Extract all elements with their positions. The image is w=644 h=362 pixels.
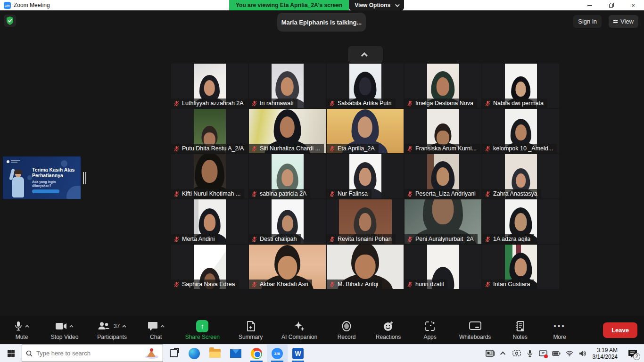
participant-tile[interactable]: Saphira Nava Edrea <box>171 245 248 289</box>
minimize-button[interactable] <box>579 0 601 10</box>
chrome-app-button[interactable] <box>246 345 267 362</box>
taskbar-clock[interactable]: 3:19 AM 3/14/2024 <box>590 347 622 360</box>
file-explorer-button[interactable] <box>205 345 225 362</box>
action-center-button[interactable]: 2 <box>623 345 642 362</box>
view-button[interactable]: View <box>609 15 638 28</box>
participant-tile[interactable]: Intan Gustiara <box>482 245 559 289</box>
participant-tile[interactable]: Eta Aprilia_2A <box>327 109 404 153</box>
participant-tile[interactable]: Peni Auralynurbait_2A <box>405 199 481 244</box>
participant-nameplate: Imelga Destiana Nova <box>405 99 477 108</box>
slide-decor-circle <box>61 160 67 167</box>
participants-button[interactable]: 37 Participants <box>97 320 127 340</box>
ai-sparkle-icon <box>294 321 305 332</box>
participant-tile[interactable]: Peserta_Liza Andriyani <box>405 154 481 198</box>
participant-tile[interactable]: hurin dzatil <box>405 245 481 289</box>
muted-mic-icon <box>173 236 180 242</box>
whiteboards-icon <box>469 321 481 331</box>
participant-nameplate: M. Bihafiz Arifqi <box>327 280 382 289</box>
mail-icon <box>230 349 241 358</box>
security-shield-icon[interactable] <box>4 15 16 27</box>
chat-button[interactable]: Chat <box>146 320 166 340</box>
stop-video-button[interactable]: Stop Video <box>51 320 79 340</box>
screen-record-icon[interactable] <box>537 345 549 362</box>
restore-button[interactable] <box>601 0 622 10</box>
leave-button[interactable]: Leave <box>603 322 637 338</box>
slide-subtitle: Ada yang ingin ditanyakan? <box>32 180 56 188</box>
thumbnail-drag-handle[interactable] <box>83 172 86 184</box>
collapse-gallery-button[interactable] <box>348 46 383 63</box>
reactions-button[interactable]: Reactions <box>376 320 401 340</box>
close-button[interactable]: × <box>622 0 644 10</box>
cake-image[interactable] <box>145 348 159 359</box>
participant-tile[interactable]: sabina patricia 2A <box>249 154 326 198</box>
search-icon <box>26 350 33 357</box>
participant-tile[interactable]: Imelga Destiana Nova <box>405 64 481 108</box>
notes-button[interactable]: Notes <box>510 320 530 340</box>
mute-button[interactable]: Mute <box>11 320 32 340</box>
chevron-up-icon[interactable] <box>160 325 164 329</box>
record-icon <box>341 321 352 332</box>
view-options-button[interactable]: View Options <box>349 0 404 10</box>
volume-icon[interactable] <box>577 345 589 362</box>
participant-name: Akbar Khadafi Asri <box>260 281 308 288</box>
participant-nameplate: Eta Aprilia_2A <box>327 144 379 153</box>
task-view-button[interactable] <box>163 345 184 362</box>
zoom-meeting-window: zm Zoom Meeting × You are viewing Eta Ap… <box>0 0 644 362</box>
participant-tile[interactable]: Fransiska Arum Kurni... <box>405 109 481 153</box>
participant-nameplate: Luthfiyyah azzahrah 2A <box>171 99 248 108</box>
record-button[interactable]: Record <box>336 320 357 340</box>
search-input[interactable] <box>36 350 141 357</box>
sign-in-button[interactable]: Sign in <box>573 15 602 28</box>
tray-mic-icon[interactable] <box>524 345 536 362</box>
participants-icon <box>98 321 110 331</box>
apps-icon <box>425 321 435 331</box>
participant-tile[interactable]: Salsabila Artika Putri <box>327 64 404 108</box>
share-screen-button[interactable]: ↑ Share Screen <box>185 320 220 340</box>
wifi-icon[interactable] <box>563 345 576 362</box>
participant-tile[interactable]: Kifti Nurul Khotimah ... <box>171 154 248 198</box>
participant-tile[interactable]: Luthfiyyah azzahrah 2A <box>171 64 248 108</box>
mail-app-button[interactable] <box>225 345 246 362</box>
muted-mic-icon <box>485 100 491 107</box>
edge-app-button[interactable] <box>184 345 205 362</box>
participant-name: Zahra Anastasya <box>493 190 537 197</box>
participant-tile[interactable]: Siti Nurhaliza Chardi ... <box>249 109 326 153</box>
participant-tile[interactable]: Nur Falinsa <box>327 154 404 198</box>
taskbar-search[interactable] <box>22 345 163 362</box>
cast-icon[interactable] <box>511 345 523 362</box>
participant-tile[interactable]: Akbar Khadafi Asri <box>249 245 326 289</box>
apps-button[interactable]: Apps <box>420 320 440 340</box>
participant-tile[interactable]: Revita Isnaini Pohan <box>327 199 404 244</box>
word-icon: W <box>292 348 304 359</box>
participant-tile[interactable]: 1A adzra aqila <box>482 199 559 244</box>
chevron-up-icon[interactable] <box>69 325 73 329</box>
chevron-up-icon[interactable] <box>123 325 126 329</box>
more-button[interactable]: ••• More <box>549 320 570 340</box>
start-button[interactable] <box>0 345 22 362</box>
chevron-down-icon <box>395 2 400 7</box>
chevron-up-icon[interactable] <box>25 325 29 329</box>
participant-name: tri rahmawati <box>260 100 294 107</box>
participant-tile[interactable]: Putu Dhita Restu A_2/A <box>171 109 248 153</box>
participant-tile[interactable]: M. Bihafiz Arifqi <box>327 245 404 289</box>
participant-tile[interactable]: Desti chalipah <box>249 199 326 244</box>
ai-companion-button[interactable]: AI Companion <box>281 320 317 340</box>
participant-nameplate: Siti Nurhaliza Chardi ... <box>249 144 324 153</box>
zoom-app-button[interactable]: zm <box>267 345 288 362</box>
shared-screen-thumbnail[interactable]: Terima Kasih Atas Perhatiannya Ada yang … <box>2 156 81 199</box>
participant-tile[interactable]: Zahra Anastasya <box>482 154 559 198</box>
whiteboards-button[interactable]: Whiteboards <box>459 320 491 340</box>
widgets-icon[interactable] <box>484 345 496 362</box>
battery-icon[interactable] <box>550 345 562 362</box>
notification-count-badge: 2 <box>633 353 640 360</box>
muted-mic-icon <box>485 191 491 197</box>
show-hidden-icons-button[interactable] <box>497 345 510 362</box>
windows-start-icon <box>8 350 15 357</box>
participant-tile[interactable]: Merta Andini <box>171 199 248 244</box>
summary-button[interactable]: Summary <box>239 320 263 340</box>
participant-tile[interactable]: tri rahmawati <box>249 64 326 108</box>
word-app-button[interactable]: W <box>288 345 308 362</box>
slide-title: Terima Kasih Atas Perhatiannya <box>32 167 74 178</box>
participant-tile[interactable]: kelompok 10 _Ameld... <box>482 109 559 153</box>
participant-tile[interactable]: Nabila dwi permata <box>482 64 559 108</box>
